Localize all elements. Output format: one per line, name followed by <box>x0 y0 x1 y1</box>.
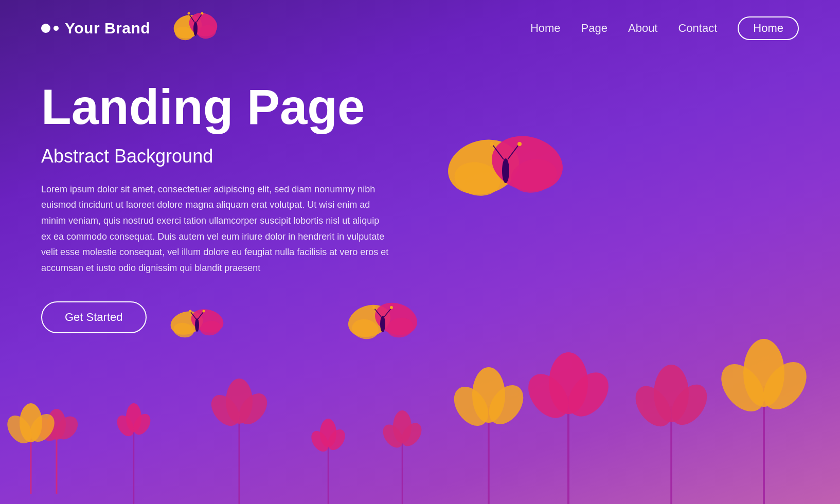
svg-point-61 <box>743 339 784 407</box>
svg-point-9 <box>442 132 525 203</box>
nav-about[interactable]: About <box>628 22 658 35</box>
nav-contact[interactable]: Contact <box>678 22 717 35</box>
svg-point-39 <box>51 412 82 443</box>
svg-point-71 <box>324 426 348 453</box>
svg-line-14 <box>493 145 504 159</box>
svg-point-6 <box>188 12 190 15</box>
svg-point-43 <box>25 409 59 446</box>
svg-point-66 <box>628 380 678 433</box>
svg-point-17 <box>517 142 522 146</box>
svg-point-13 <box>502 158 509 183</box>
svg-point-37 <box>47 409 66 440</box>
svg-point-46 <box>114 412 137 439</box>
svg-point-50 <box>206 390 245 431</box>
hero-title: Landing Page <box>41 81 401 133</box>
navbar: Your Brand <box>0 0 840 40</box>
svg-point-73 <box>393 410 412 443</box>
nav-home-active[interactable]: Home <box>738 16 799 40</box>
svg-point-67 <box>664 378 714 431</box>
svg-point-12 <box>508 155 560 196</box>
svg-point-53 <box>472 367 505 423</box>
svg-point-4 <box>193 22 198 36</box>
brand-dot-large <box>41 24 50 33</box>
svg-point-59 <box>560 365 617 424</box>
svg-point-63 <box>755 354 815 418</box>
svg-point-57 <box>549 352 588 414</box>
svg-line-16 <box>508 145 519 159</box>
brand-name: Your Brand <box>65 20 150 37</box>
svg-point-55 <box>482 379 530 431</box>
svg-point-65 <box>654 365 689 422</box>
svg-point-51 <box>234 388 273 430</box>
svg-point-42 <box>2 411 37 448</box>
svg-point-58 <box>520 366 577 425</box>
nav-links: Home Page About Contact Home <box>530 16 799 40</box>
svg-point-54 <box>447 381 495 433</box>
nav-home[interactable]: Home <box>530 22 561 35</box>
nav-page[interactable]: Page <box>581 22 607 35</box>
page-wrapper: Your Brand <box>0 0 840 504</box>
cta-button[interactable]: Get Started <box>41 301 147 333</box>
hero-section: Landing Page Abstract Background Lorem i… <box>0 40 401 333</box>
svg-point-75 <box>398 419 426 449</box>
svg-point-10 <box>451 158 503 200</box>
svg-point-41 <box>20 403 42 442</box>
brand-dot-small <box>53 26 59 31</box>
brand: Your Brand <box>41 20 150 37</box>
svg-point-69 <box>320 419 336 447</box>
svg-point-38 <box>31 413 62 445</box>
brand-icon <box>41 24 59 33</box>
svg-point-47 <box>130 411 154 438</box>
svg-point-11 <box>486 129 569 199</box>
svg-point-8 <box>201 12 204 15</box>
butterfly-nav-icon <box>170 5 221 53</box>
svg-point-62 <box>712 356 773 420</box>
hero-body: Lorem ipsum dolor sit amet, consectetuer… <box>41 182 391 276</box>
svg-point-70 <box>308 428 332 455</box>
svg-point-45 <box>126 403 141 432</box>
svg-point-74 <box>379 421 407 451</box>
svg-point-15 <box>490 142 494 146</box>
hero-subtitle: Abstract Background <box>41 146 401 167</box>
svg-point-49 <box>226 379 253 424</box>
